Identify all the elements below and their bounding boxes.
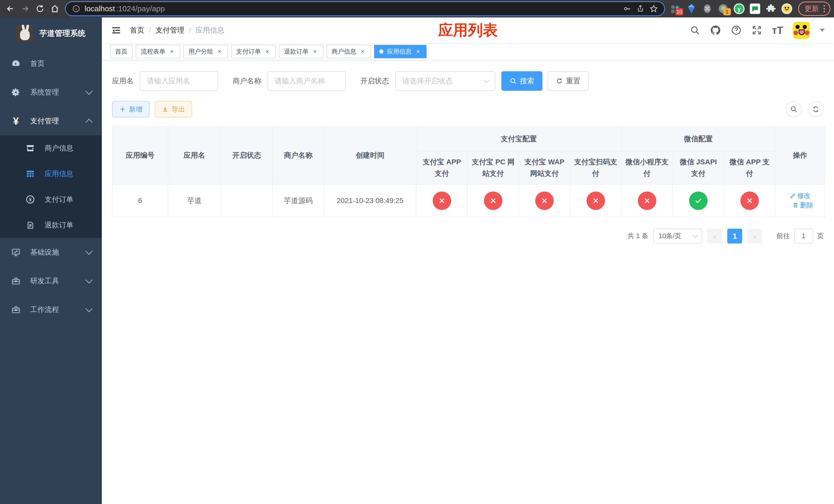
extension-profile-icon[interactable]: 1 [717, 3, 729, 15]
close-icon[interactable]: × [312, 48, 318, 55]
close-icon[interactable]: × [415, 48, 421, 55]
search-button[interactable]: 搜索 [501, 71, 543, 91]
chevron-down-icon [85, 305, 93, 312]
user-avatar[interactable] [793, 22, 810, 39]
profile-avatar-icon[interactable] [781, 3, 793, 15]
col-sub: 支付宝扫码支付 [570, 152, 621, 184]
browser-menu-icon[interactable] [821, 5, 827, 12]
delete-link[interactable]: 删除 [792, 201, 813, 210]
chrome-update-button[interactable]: 更新 [798, 2, 830, 16]
export-button[interactable]: 导出 [155, 101, 192, 117]
close-icon[interactable]: × [359, 48, 366, 55]
sidebar-item-workflow[interactable]: 工作流程 [0, 295, 102, 324]
tab-process-form[interactable]: 流程表单× [136, 45, 180, 58]
fullscreen-icon[interactable] [751, 25, 762, 36]
chevron-down-icon [85, 88, 93, 95]
breadcrumb-payment[interactable]: 支付管理 [156, 25, 184, 35]
extension-yuque-icon[interactable]: y [733, 3, 745, 15]
chevron-down-icon [484, 78, 489, 83]
reset-button[interactable]: 重置 [548, 71, 589, 91]
sidebar-item-payment[interactable]: ¥ 支付管理 [0, 107, 102, 135]
tab-user-group[interactable]: 用户分组× [183, 45, 228, 58]
sidebar-item-system[interactable]: 系统管理 [0, 78, 102, 107]
sidebar-item-refund-order[interactable]: 退款订单 [0, 212, 102, 238]
extension-gem-icon[interactable] [685, 3, 698, 15]
cell-app-name: 芋道 [168, 184, 221, 217]
goto-page-input[interactable]: 1 [794, 229, 813, 244]
trash-icon [792, 202, 798, 208]
logo-image [16, 25, 33, 42]
edit-link[interactable]: 修改 [790, 191, 811, 200]
sidebar-item-merchant-info[interactable]: 商户信息 [0, 135, 102, 161]
page-number-button[interactable]: 1 [727, 229, 742, 244]
sidebar-item-app-info[interactable]: 应用信息 [0, 161, 102, 187]
breadcrumb-home[interactable]: 首页 [130, 25, 145, 35]
status-alipay-app [433, 191, 451, 210]
table-toolbar: 新增 导出 [112, 101, 824, 117]
bookmark-star-icon[interactable] [649, 4, 659, 14]
dashboard-icon [10, 59, 22, 68]
tab-home[interactable]: 首页 [110, 45, 133, 58]
url-bar[interactable]: localhost:1024/pay/app [66, 2, 664, 15]
svg-text:⌘: ⌘ [704, 6, 710, 12]
tab-pay-order[interactable]: 支付订单× [231, 45, 276, 58]
page-size-value: 10条/页 [659, 231, 681, 240]
next-page-button[interactable]: › [747, 229, 762, 244]
extension-tailwind-icon[interactable]: 10 [670, 3, 682, 15]
placeholder-text: 请选择开启状态 [402, 76, 453, 86]
close-icon[interactable]: × [169, 48, 175, 55]
yen-icon: ¥ [10, 116, 22, 126]
chevron-down-icon [693, 233, 698, 238]
status-alipay-pc [484, 191, 502, 210]
sidebar-item-pay-order[interactable]: ¥ 支付订单 [0, 187, 102, 212]
sidebar-item-label: 支付订单 [45, 194, 91, 204]
share-icon[interactable] [636, 4, 645, 14]
page-size-select[interactable]: 10条/页 [654, 229, 702, 244]
site-info-icon[interactable] [71, 4, 81, 14]
status-alipay-qr [587, 191, 605, 210]
font-size-icon[interactable]: ᴛT [772, 25, 783, 36]
col-sub: 微信 APP 支付 [724, 152, 775, 184]
prev-page-button[interactable]: ‹ [707, 229, 722, 244]
extensions-puzzle-icon[interactable] [765, 3, 777, 15]
tab-refund-order[interactable]: 退款订单× [279, 45, 323, 58]
app-name-input[interactable]: 请输入应用名 [140, 71, 218, 91]
password-key-icon[interactable] [622, 4, 632, 14]
refresh-table-button[interactable] [808, 101, 824, 117]
edit-pencil-icon [790, 193, 796, 199]
status-select[interactable]: 请选择开启状态 [395, 71, 495, 91]
extension-command-icon[interactable]: ⌘ [701, 3, 714, 15]
sidebar-item-label: 工作流程 [30, 305, 86, 315]
reset-button-label: 重置 [566, 76, 580, 86]
shop-icon [25, 143, 36, 153]
col-sub: 微信 JSAPI 支付 [673, 152, 724, 184]
toggle-search-button[interactable] [786, 101, 802, 117]
forward-icon[interactable] [19, 2, 32, 15]
header-search-icon[interactable] [690, 25, 700, 36]
help-icon[interactable] [731, 25, 742, 36]
close-icon[interactable]: × [216, 48, 223, 55]
tab-label: 流程表单 [141, 47, 166, 55]
github-icon[interactable] [710, 25, 721, 36]
reload-icon[interactable] [33, 2, 47, 15]
top-navbar: 首页 / 支付管理 / 应用信息 应用列表 ᴛT [102, 18, 834, 43]
close-icon[interactable]: × [264, 48, 270, 55]
sidebar-item-infrastructure[interactable]: 基础设施 [0, 238, 102, 267]
merchant-name-input[interactable]: 请输入商户名称 [267, 71, 346, 91]
home-icon[interactable] [48, 2, 62, 15]
extension-chat-icon[interactable] [749, 3, 761, 15]
app-logo[interactable]: 芋道管理系统 [0, 18, 102, 49]
app-title: 芋道管理系统 [40, 28, 86, 39]
sidebar-item-home[interactable]: 首页 [0, 49, 102, 78]
collapse-menu-icon[interactable] [111, 25, 121, 36]
tab-app-info[interactable]: 应用信息× [374, 45, 426, 58]
back-icon[interactable] [4, 2, 17, 15]
gear-icon [10, 88, 22, 97]
yen-circle-icon: ¥ [25, 195, 36, 204]
add-button[interactable]: 新增 [112, 101, 150, 117]
tab-merchant-info[interactable]: 商户信息× [327, 45, 371, 58]
sidebar-item-dev-tools[interactable]: 研发工具 [0, 267, 102, 295]
goto-value: 1 [802, 232, 805, 240]
payment-submenu: 商户信息 应用信息 ¥ 支付订单 退款订单 [0, 135, 102, 238]
user-menu-caret-icon[interactable] [820, 29, 825, 32]
